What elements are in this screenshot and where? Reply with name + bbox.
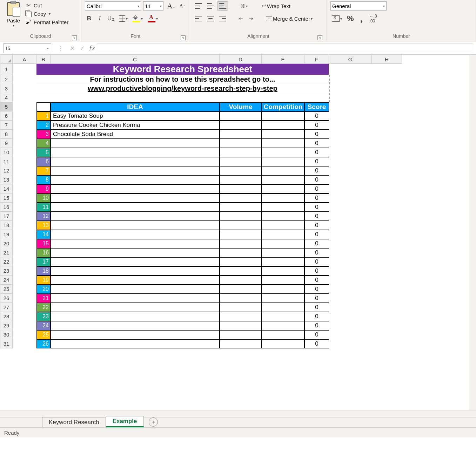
score-cell-9[interactable]: 0: [304, 184, 329, 193]
row-header-3[interactable]: 3: [0, 84, 13, 93]
idea-cell-18[interactable]: [51, 266, 220, 276]
competition-cell-13[interactable]: [262, 221, 304, 230]
border-button[interactable]: ▾: [118, 14, 129, 23]
volume-cell-2[interactable]: [220, 121, 262, 130]
volume-cell-12[interactable]: [220, 212, 262, 221]
wrap-text-button[interactable]: Wrap Text: [260, 1, 292, 11]
score-cell-18[interactable]: 0: [304, 266, 329, 276]
row-header-24[interactable]: 24: [0, 276, 13, 285]
score-cell-15[interactable]: 0: [304, 239, 329, 248]
competition-cell-17[interactable]: [262, 257, 304, 266]
row-header-1[interactable]: 1: [0, 64, 13, 75]
column-header-E[interactable]: E: [262, 55, 304, 64]
score-cell-2[interactable]: 0: [304, 121, 329, 130]
volume-cell-20[interactable]: [220, 285, 262, 294]
row-header-21[interactable]: 21: [0, 248, 13, 257]
number-format-combo[interactable]: General▾: [330, 1, 387, 11]
score-cell-1[interactable]: 0: [304, 111, 329, 121]
column-header-A[interactable]: A: [13, 55, 36, 64]
italic-button[interactable]: I: [95, 14, 104, 23]
percent-button[interactable]: %: [346, 14, 355, 23]
idea-cell-14[interactable]: [51, 230, 220, 239]
row-header-8[interactable]: 8: [0, 130, 13, 139]
accept-formula-button[interactable]: ✓: [77, 45, 87, 52]
idea-cell-26[interactable]: [51, 339, 220, 348]
idea-cell-22[interactable]: [51, 303, 220, 312]
score-cell-16[interactable]: 0: [304, 248, 329, 257]
row-header-30[interactable]: 30: [0, 330, 13, 339]
idea-cell-23[interactable]: [51, 312, 220, 321]
comma-button[interactable]: ,: [357, 14, 366, 23]
volume-cell-8[interactable]: [220, 175, 262, 184]
volume-cell-26[interactable]: [220, 339, 262, 348]
idea-cell-5[interactable]: [51, 148, 220, 157]
score-cell-7[interactable]: 0: [304, 166, 329, 175]
volume-cell-16[interactable]: [220, 248, 262, 257]
font-size-combo[interactable]: 11▾: [143, 1, 163, 11]
competition-cell-23[interactable]: [262, 312, 304, 321]
score-cell-14[interactable]: 0: [304, 230, 329, 239]
row-header-23[interactable]: 23: [0, 266, 13, 276]
competition-cell-3[interactable]: [262, 130, 304, 139]
volume-cell-6[interactable]: [220, 157, 262, 166]
format-painter-button[interactable]: Format Painter: [25, 19, 68, 25]
competition-cell-5[interactable]: [262, 148, 304, 157]
align-center-button[interactable]: [206, 14, 215, 23]
row-header-29[interactable]: 29: [0, 321, 13, 330]
orientation-button[interactable]: ▾: [239, 1, 249, 11]
instructions-link[interactable]: www.productiveblogging/keyword-research-…: [36, 84, 329, 93]
competition-cell-19[interactable]: [262, 276, 304, 285]
chevron-down-icon[interactable]: ▾: [49, 12, 51, 16]
row-header-5[interactable]: 5: [0, 102, 13, 111]
competition-cell-11[interactable]: [262, 203, 304, 212]
score-cell-10[interactable]: 0: [304, 193, 329, 203]
new-sheet-button[interactable]: ＋: [149, 417, 158, 427]
row-header-17[interactable]: 17: [0, 212, 13, 221]
align-right-button[interactable]: [217, 14, 227, 23]
competition-cell-8[interactable]: [262, 175, 304, 184]
idea-cell-4[interactable]: [51, 139, 220, 148]
score-cell-3[interactable]: 0: [304, 130, 329, 139]
idea-cell-20[interactable]: [51, 285, 220, 294]
vertical-scrollbar[interactable]: [469, 55, 476, 410]
merge-center-button[interactable]: Merge & Center▾: [264, 14, 314, 23]
score-cell-5[interactable]: 0: [304, 148, 329, 157]
competition-cell-12[interactable]: [262, 212, 304, 221]
idea-cell-25[interactable]: [51, 330, 220, 339]
score-cell-12[interactable]: 0: [304, 212, 329, 221]
row-header-16[interactable]: 16: [0, 203, 13, 212]
idea-cell-12[interactable]: [51, 212, 220, 221]
decrease-font-button[interactable]: Aˇ: [178, 1, 186, 11]
worksheet[interactable]: ABCDEFGH 1234567891011121314151617181920…: [0, 55, 476, 410]
volume-cell-7[interactable]: [220, 166, 262, 175]
row-header-22[interactable]: 22: [0, 257, 13, 266]
competition-cell-20[interactable]: [262, 285, 304, 294]
dialog-launcher-font[interactable]: [181, 35, 186, 40]
volume-cell-25[interactable]: [220, 330, 262, 339]
cells-area[interactable]: Keyword Research SpreadsheetFor instruct…: [13, 64, 476, 410]
score-cell-17[interactable]: 0: [304, 257, 329, 266]
score-cell-21[interactable]: 0: [304, 294, 329, 303]
score-cell-23[interactable]: 0: [304, 312, 329, 321]
competition-cell-9[interactable]: [262, 184, 304, 193]
bold-button[interactable]: B: [85, 14, 93, 23]
column-header-B[interactable]: B: [36, 55, 51, 64]
volume-cell-17[interactable]: [220, 257, 262, 266]
volume-cell-4[interactable]: [220, 139, 262, 148]
volume-cell-18[interactable]: [220, 266, 262, 276]
score-cell-24[interactable]: 0: [304, 321, 329, 330]
row-header-10[interactable]: 10: [0, 148, 13, 157]
select-all-corner[interactable]: [0, 55, 13, 64]
idea-cell-10[interactable]: [51, 193, 220, 203]
competition-cell-25[interactable]: [262, 330, 304, 339]
competition-cell-22[interactable]: [262, 303, 304, 312]
column-header-D[interactable]: D: [220, 55, 262, 64]
row-header-19[interactable]: 19: [0, 230, 13, 239]
volume-cell-19[interactable]: [220, 276, 262, 285]
idea-cell-11[interactable]: [51, 203, 220, 212]
competition-cell-7[interactable]: [262, 166, 304, 175]
column-header-H[interactable]: H: [372, 55, 402, 64]
score-cell-6[interactable]: 0: [304, 157, 329, 166]
score-cell-25[interactable]: 0: [304, 330, 329, 339]
row-header-18[interactable]: 18: [0, 221, 13, 230]
